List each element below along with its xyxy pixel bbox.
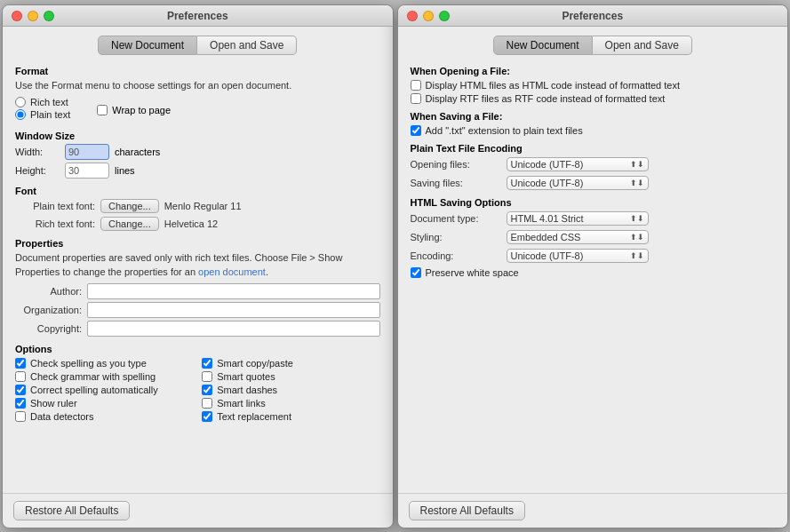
saving-title: When Saving a File:: [411, 111, 776, 122]
author-input[interactable]: [87, 283, 380, 299]
option-7-label: Smart links: [217, 398, 265, 409]
html-encoding-select[interactable]: Unicode (UTF-8) ⬆⬇: [507, 249, 649, 263]
restore-defaults-btn-right[interactable]: Restore All Defaults: [409, 501, 525, 520]
organization-row: Organization:: [15, 302, 380, 318]
opening-option-1[interactable]: Display RTF files as RTF code instead of…: [411, 93, 776, 104]
doc-type-select[interactable]: HTML 4.01 Strict ⬆⬇: [507, 211, 649, 226]
open-document-link[interactable]: open document: [198, 266, 266, 277]
rich-text-label: Rich text: [30, 97, 68, 107]
saving-option-0-checkbox[interactable]: [411, 125, 421, 136]
copyright-input[interactable]: [87, 321, 380, 337]
opening-encoding-select[interactable]: Unicode (UTF-8) ⬆⬇: [507, 157, 649, 171]
preserve-whitespace-row[interactable]: Preserve white space: [411, 267, 776, 278]
doc-type-row: Document type: HTML 4.01 Strict ⬆⬇: [411, 211, 776, 226]
rich-text-radio-row[interactable]: Rich text: [15, 97, 70, 107]
plain-text-label: Plain text: [30, 109, 70, 120]
option-9-checkbox[interactable]: [202, 411, 212, 422]
right-content: New Document Open and Save When Opening …: [398, 27, 788, 493]
tab-new-document-right[interactable]: New Document: [493, 36, 593, 55]
maximize-button-right[interactable]: [439, 11, 450, 21]
option-1[interactable]: Smart copy/paste: [202, 358, 379, 369]
option-0[interactable]: Check spelling as you type: [15, 358, 193, 369]
minimize-button-right[interactable]: [423, 11, 434, 21]
html-encoding-arrow: ⬆⬇: [630, 251, 644, 260]
tab-open-save-right[interactable]: Open and Save: [593, 36, 692, 55]
format-desc: Use the Format menu to choose settings f…: [15, 79, 380, 92]
height-row: Height: 30 lines: [15, 163, 380, 179]
opening-option-0-checkbox[interactable]: [411, 80, 421, 91]
option-8-label: Data detectors: [30, 411, 94, 422]
options-grid: Check spelling as you type Smart copy/pa…: [15, 358, 380, 422]
opening-option-0[interactable]: Display HTML files as HTML code instead …: [411, 80, 776, 91]
option-3-label: Smart quotes: [217, 371, 275, 382]
styling-label: Styling:: [411, 232, 499, 242]
height-input[interactable]: 30: [65, 163, 109, 179]
opening-option-1-checkbox[interactable]: [411, 93, 421, 104]
option-0-label: Check spelling as you type: [30, 358, 147, 369]
properties-desc: Document properties are saved only with …: [15, 251, 380, 279]
plain-text-radio-row[interactable]: Plain text: [15, 109, 70, 120]
saving-option-0[interactable]: Add ".txt" extension to plain text files: [411, 125, 776, 136]
option-5-checkbox[interactable]: [202, 385, 212, 395]
tab-new-document-left[interactable]: New Document: [98, 36, 197, 55]
tab-bar-left: New Document Open and Save: [15, 36, 380, 55]
minimize-button-left[interactable]: [28, 11, 38, 21]
organization-input[interactable]: [87, 302, 380, 318]
properties-desc1: Document properties are saved only with …: [15, 252, 342, 276]
html-encoding-value: Unicode (UTF-8): [511, 250, 584, 261]
styling-row: Styling: Embedded CSS ⬆⬇: [411, 230, 776, 244]
window-title-left: Preferences: [167, 10, 228, 22]
close-button-right[interactable]: [407, 11, 418, 21]
option-6-checkbox[interactable]: [15, 398, 26, 409]
html-encoding-label: Encoding:: [411, 250, 499, 261]
plain-font-change-btn[interactable]: Change...: [100, 199, 159, 213]
option-7[interactable]: Smart links: [202, 398, 379, 409]
option-3[interactable]: Smart quotes: [202, 371, 379, 382]
option-2[interactable]: Check grammar with spelling: [15, 371, 193, 382]
option-8-checkbox[interactable]: [15, 411, 26, 422]
rich-font-label: Rich text font:: [15, 218, 95, 229]
option-9[interactable]: Text replacement: [202, 411, 379, 422]
doc-type-label: Document type:: [411, 213, 499, 224]
plain-font-label: Plain text font:: [15, 201, 95, 211]
preserve-whitespace-checkbox[interactable]: [411, 267, 421, 278]
width-input[interactable]: 90: [65, 144, 109, 160]
html-encoding-row: Encoding: Unicode (UTF-8) ⬆⬇: [411, 249, 776, 263]
rich-font-row: Rich text font: Change... Helvetica 12: [15, 217, 380, 231]
option-0-checkbox[interactable]: [15, 358, 26, 369]
wrap-to-page-checkbox[interactable]: [97, 105, 108, 115]
styling-arrow: ⬆⬇: [630, 233, 644, 242]
opening-option-0-label: Display HTML files as HTML code instead …: [426, 80, 681, 91]
rich-text-radio[interactable]: [15, 97, 26, 107]
rich-font-change-btn[interactable]: Change...: [100, 217, 159, 231]
option-4-checkbox[interactable]: [15, 385, 26, 395]
option-5[interactable]: Smart dashes: [202, 385, 379, 395]
styling-select[interactable]: Embedded CSS ⬆⬇: [507, 230, 649, 244]
option-2-label: Check grammar with spelling: [30, 371, 156, 382]
saving-encoding-select[interactable]: Unicode (UTF-8) ⬆⬇: [507, 176, 649, 190]
option-1-label: Smart copy/paste: [217, 358, 293, 369]
wrap-to-page-row[interactable]: Wrap to page: [97, 97, 171, 123]
rich-font-name: Helvetica 12: [164, 218, 219, 229]
plain-text-radio[interactable]: [15, 109, 26, 120]
tab-open-save-left[interactable]: Open and Save: [197, 36, 297, 55]
option-1-checkbox[interactable]: [202, 358, 212, 369]
close-button-left[interactable]: [12, 11, 22, 21]
option-7-checkbox[interactable]: [202, 398, 212, 409]
traffic-lights-right: [407, 11, 450, 21]
left-window: Preferences New Document Open and Save F…: [2, 4, 394, 528]
format-radio-group: Rich text Plain text: [15, 97, 70, 120]
window-title-right: Preferences: [562, 10, 623, 22]
doc-type-arrow: ⬆⬇: [630, 214, 644, 223]
restore-defaults-btn-left[interactable]: Restore All Defaults: [13, 501, 130, 520]
format-title: Format: [15, 66, 380, 76]
plain-encoding-title: Plain Text File Encoding: [411, 143, 776, 154]
option-2-checkbox[interactable]: [15, 371, 26, 382]
wrap-to-page-label: Wrap to page: [112, 105, 171, 115]
traffic-lights-left: [12, 11, 54, 21]
option-3-checkbox[interactable]: [202, 371, 212, 382]
option-8[interactable]: Data detectors: [15, 411, 193, 422]
option-4[interactable]: Correct spelling automatically: [15, 385, 193, 395]
option-6[interactable]: Show ruler: [15, 398, 193, 409]
maximize-button-left[interactable]: [44, 11, 54, 21]
